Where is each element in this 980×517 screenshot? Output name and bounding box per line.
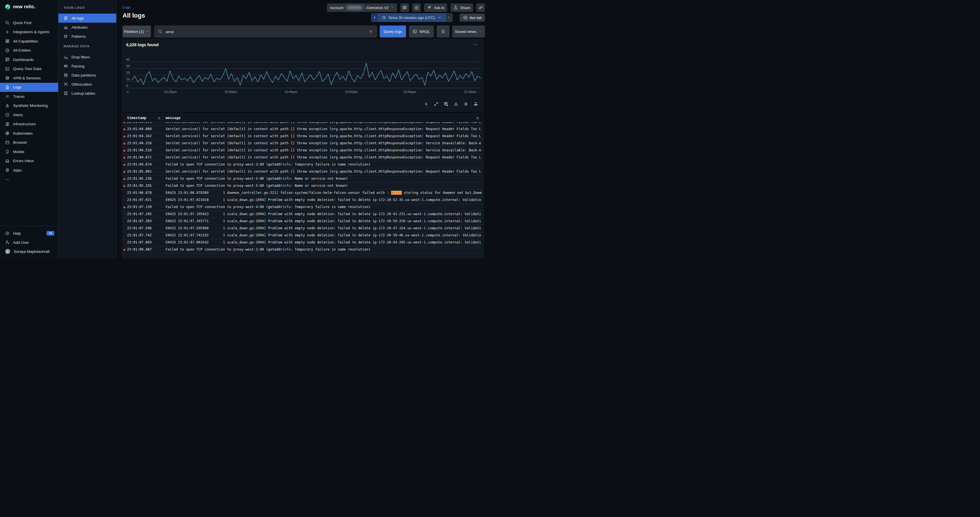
download-button[interactable] (453, 101, 460, 108)
sidebar-item-label: All Capabilities (13, 39, 38, 43)
log-row[interactable]: 23:01:04.075Servlet.service() for servle… (122, 122, 484, 126)
sidebar-item-synthetic-monitoring[interactable]: Synthetic Monitoring (0, 101, 58, 111)
log-message: E0425 23:01:07.595968 1 scale_down.go:10… (165, 226, 483, 230)
bell-icon (441, 29, 445, 34)
sidebar-item-integrations-agents[interactable]: Integrations & Agents (0, 27, 58, 37)
log-row[interactable]: 23:01:04.674Failed to open TCP connectio… (122, 161, 484, 168)
sidebar-item-quick-find[interactable]: Quick Find (0, 18, 58, 27)
log-row[interactable]: 23:01:05.236Failed to open TCP connectio… (122, 176, 484, 182)
log-row[interactable]: 23:01:07.903E0425 23:01:07.903542 1 scal… (122, 239, 484, 246)
log-timestamp: 23:01:07.903 (127, 240, 152, 244)
log-row[interactable]: 23:01:04.516Servlet.service() for servle… (122, 147, 484, 154)
add-to-dashboard-button[interactable] (443, 101, 449, 108)
sidebar-item-mobile[interactable]: Mobile (0, 147, 58, 157)
sidebar-item-traces[interactable]: Traces (0, 92, 58, 101)
log-row[interactable]: 23:01:07.139Failed to open TCP connectio… (122, 204, 484, 211)
settings-button[interactable] (463, 101, 469, 108)
query-logs-button[interactable]: Query logs (380, 25, 406, 37)
share-button[interactable]: Share (450, 3, 473, 12)
log-timestamp: 23:01:04.089 (127, 127, 152, 131)
log-row[interactable]: 23:01:08.487Failed to open TCP connectio… (122, 246, 484, 254)
query-logs-label: Query logs (383, 30, 402, 34)
info-token: info (282, 205, 291, 209)
partition-dropdown[interactable]: Partition (1) (123, 25, 151, 37)
remove-timestamp-column-icon[interactable] (157, 116, 161, 121)
newrelic-logo[interactable]: new relic. (5, 4, 35, 10)
feedback-icon (402, 5, 407, 10)
alert-condition-button[interactable] (437, 25, 449, 37)
breadcrumb[interactable]: Logs (123, 5, 131, 10)
subnav-item-attributes[interactable]: Attributes (59, 23, 116, 32)
sidebar-item-apm-services[interactable]: APM & Services (0, 73, 58, 83)
log-row[interactable]: 23:01:07.393E0425 23:01:07.393771 1 scal… (122, 218, 484, 225)
sidebar-item-query-your-data[interactable]: Query Your Data (0, 64, 58, 74)
subnav-item-data-partitions[interactable]: Data partitions (59, 71, 116, 80)
log-row[interactable]: 23:01:05.001Servlet.service() for servle… (122, 168, 484, 176)
sidebar-footer-add-user[interactable]: Add User (0, 238, 58, 247)
log-message: Servlet.service() for servlet [default] … (165, 170, 483, 173)
log-row[interactable]: 23:01:07.021E0425 23:01:07.021028 1 scal… (122, 197, 484, 204)
parsing-icon (64, 64, 68, 68)
feedback-button[interactable] (400, 3, 409, 12)
lookup-icon (64, 91, 68, 95)
log-row[interactable]: 23:01:05.335Failed to open TCP connectio… (122, 182, 484, 190)
x-axis-tick (470, 88, 471, 89)
copy-link-button[interactable] (476, 3, 485, 12)
sidebar-item-kubernetes[interactable]: Kubernetes (0, 129, 58, 138)
account-picker[interactable]: Account: - Demotron V2 (327, 3, 397, 12)
saved-views-dropdown[interactable]: Saved views (452, 25, 485, 37)
help-button[interactable] (412, 3, 421, 12)
sidebar-item-browser[interactable]: Browser (0, 138, 58, 147)
severity-dot (123, 128, 125, 130)
column-header-timestamp[interactable]: timestamp (127, 116, 146, 120)
column-header-message[interactable]: message (165, 116, 181, 120)
sidebar-item-logs[interactable]: Logs (0, 83, 58, 92)
sidebar-item-errors-inbox[interactable]: Errors Inbox (0, 157, 58, 166)
log-row[interactable]: 23:01:07.596E0425 23:01:07.595968 1 scal… (122, 225, 484, 232)
time-range-button[interactable]: Since 30 minutes ago (UTC) (378, 14, 445, 22)
log-row[interactable]: 23:01:04.162Servlet.service() for servle… (122, 133, 484, 140)
sidebar-item-infrastructure[interactable]: Infrastructure (0, 120, 58, 129)
time-picker: Since 30 minutes ago (UTC) (371, 13, 453, 22)
ask-ai-button[interactable]: Ask AI (424, 3, 447, 12)
log-search-input[interactable] (165, 26, 365, 38)
nrql-button[interactable]: NRQL (409, 25, 434, 37)
live-tail-button[interactable]: live tail (460, 14, 485, 22)
main-content: Logs All logs Account: - Demotron V2 Ask… (117, 0, 490, 258)
subnav-item-all-logs[interactable]: All logs (59, 14, 116, 23)
sidebar-item-alerts[interactable]: Alerts (0, 110, 58, 120)
subnav-item-parsing[interactable]: Parsing (59, 62, 116, 71)
time-back-button[interactable] (371, 14, 378, 22)
expand-chart-button[interactable] (433, 101, 439, 108)
log-row[interactable]: 23:01:07.742E0425 23:01:07.742192 1 scal… (122, 232, 484, 239)
sidebar-item-more[interactable] (0, 175, 58, 184)
subnav-item-obfuscation[interactable]: Obfuscation (59, 80, 116, 89)
add-data-button[interactable] (423, 101, 430, 108)
remove-message-column-icon[interactable] (475, 116, 480, 121)
mobile-icon (5, 149, 10, 154)
log-row[interactable]: 23:01:04.089Servlet.service() for servle… (122, 126, 484, 133)
sidebar-footer-help[interactable]: Help70 (0, 229, 58, 238)
sidebar-item-all-entities[interactable]: All Entities (0, 46, 58, 55)
subnav-item-drop-filters[interactable]: Drop filters (59, 52, 116, 62)
log-row[interactable]: 23:01:07.195E0425 23:01:07.195423 1 scal… (122, 211, 484, 218)
sidebar-item-all-capabilities[interactable]: All Capabilities (0, 36, 58, 46)
subnav-item-lookup-tables[interactable]: Lookup tables (59, 89, 116, 98)
panel-more-menu[interactable] (472, 41, 479, 48)
sidebar-item-apps[interactable]: Apps (0, 165, 58, 175)
page-title: All logs (123, 12, 145, 19)
log-row[interactable]: 23:01:06.878E0425 23:01:06.878360 1 daem… (122, 190, 484, 197)
subnav-item-patterns[interactable]: Patterns (59, 32, 116, 41)
log-row[interactable]: 23:01:04.671Servlet.service() for servle… (122, 154, 484, 161)
log-timestamp: 23:01:04.671 (127, 155, 152, 159)
table-columns-button[interactable] (473, 101, 479, 108)
sidebar-item-label: All Entities (13, 48, 31, 52)
time-forward-button[interactable] (445, 14, 452, 22)
sidebar-footer-soraya-majdolashrafi[interactable]: Soraya Majdolashrafi (0, 247, 58, 256)
sidebar-item-dashboards[interactable]: Dashboards (0, 55, 58, 64)
dashboard-icon (5, 57, 10, 62)
log-row[interactable]: 23:01:04.316Servlet.service() for servle… (122, 140, 484, 147)
clear-search-icon[interactable] (369, 29, 373, 34)
x-axis-tick (410, 88, 410, 89)
log-message: Failed to open TCP connection to proxy-w… (165, 184, 483, 188)
